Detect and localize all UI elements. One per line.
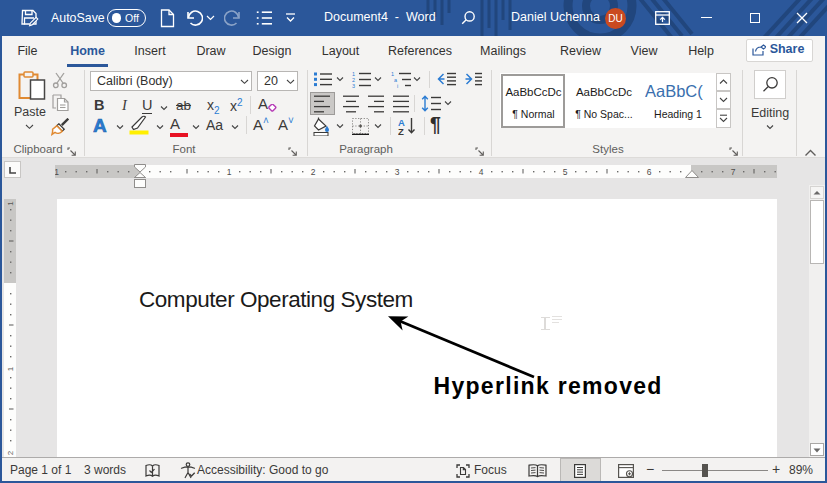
svg-text:6: 6 xyxy=(647,167,652,177)
svg-text:3: 3 xyxy=(352,83,355,88)
svg-text:1: 1 xyxy=(227,167,232,177)
svg-text:3: 3 xyxy=(395,167,400,177)
svg-text:1: 1 xyxy=(55,167,59,177)
svg-text:2: 2 xyxy=(6,450,15,455)
svg-text:1: 1 xyxy=(6,201,15,206)
svg-text:7: 7 xyxy=(731,167,736,177)
svg-text:5: 5 xyxy=(563,167,568,177)
svg-text:A: A xyxy=(93,116,107,135)
svg-text:2: 2 xyxy=(311,167,316,177)
svg-text:Z: Z xyxy=(398,126,404,136)
svg-text:4: 4 xyxy=(479,167,484,177)
svg-text:i: i xyxy=(397,83,398,88)
svg-text:1: 1 xyxy=(6,366,15,371)
